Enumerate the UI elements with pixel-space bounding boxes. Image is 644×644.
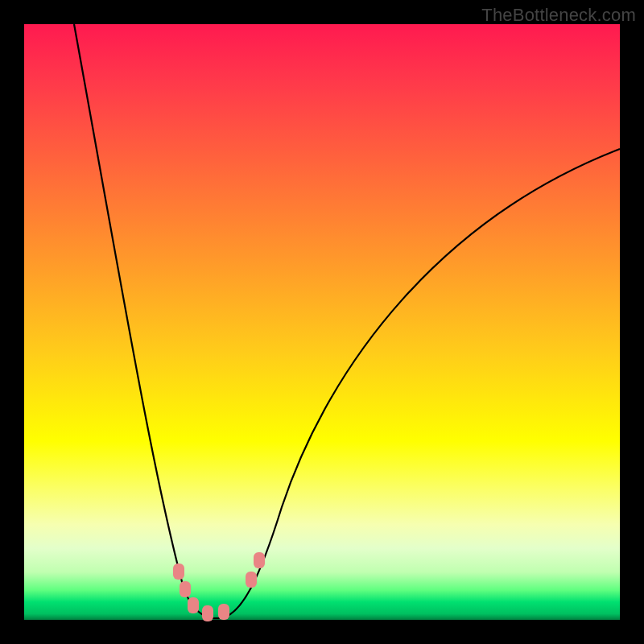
data-point: [202, 605, 213, 621]
data-point: [254, 552, 265, 568]
data-point: [180, 581, 191, 597]
curve-svg: [24, 24, 620, 620]
data-point: [173, 564, 184, 580]
watermark-text: TheBottleneck.com: [481, 5, 636, 26]
data-point: [188, 597, 199, 613]
data-point: [246, 572, 257, 588]
data-point: [218, 604, 229, 620]
bottleneck-curve: [74, 24, 620, 618]
